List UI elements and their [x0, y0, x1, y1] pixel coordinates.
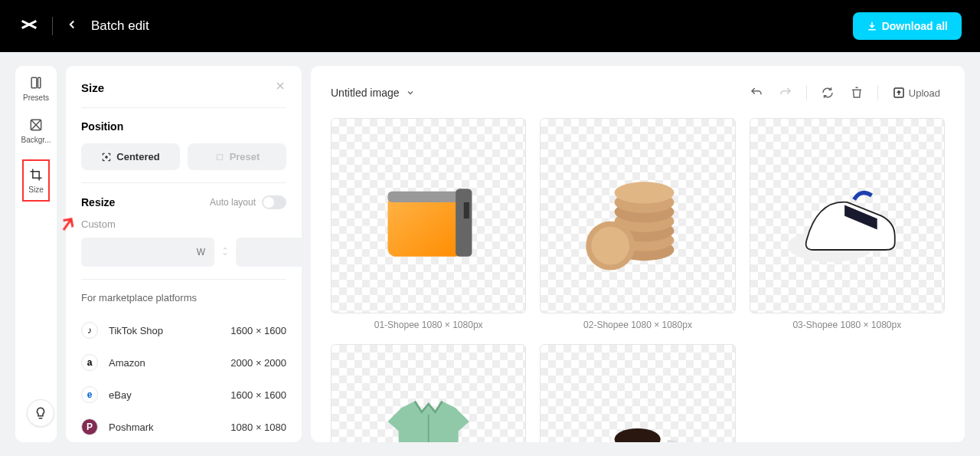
image-card[interactable]: 01-Shopee 1080 × 1080px — [331, 118, 526, 330]
svg-point-16 — [615, 182, 675, 203]
auto-layout-toggle[interactable] — [262, 195, 286, 209]
platform-size: 1080 × 1080 — [230, 422, 286, 433]
sidebar-item-size[interactable]: Size — [22, 159, 50, 202]
platform-icon: a — [81, 354, 98, 371]
help-button[interactable] — [27, 399, 54, 427]
download-label: Download all — [882, 20, 948, 32]
svg-point-18 — [592, 227, 630, 265]
image-thumbnail[interactable] — [750, 118, 945, 313]
platform-size: 2000 × 2000 — [230, 357, 286, 369]
image-card[interactable] — [331, 344, 526, 442]
background-icon — [28, 117, 44, 133]
image-title-dropdown[interactable]: Untitled image — [331, 87, 415, 99]
refresh-button[interactable] — [816, 81, 839, 104]
sidebar-label: Backgr... — [21, 136, 51, 144]
image-card[interactable]: 02-Shopee 1080 × 1080px — [540, 118, 735, 330]
platform-icon: P — [81, 418, 98, 435]
image-thumbnail[interactable] — [540, 344, 735, 442]
toolbar-divider — [877, 85, 878, 100]
image-caption: 03-Shopee 1080 × 1080px — [750, 320, 945, 330]
svg-rect-6 — [387, 195, 462, 257]
custom-label: Custom — [81, 218, 286, 230]
upload-label: Upload — [909, 87, 940, 99]
delete-button[interactable] — [845, 81, 868, 104]
auto-layout-label: Auto layout — [210, 197, 256, 208]
refresh-icon — [821, 86, 835, 100]
platform-icon: ♪ — [81, 322, 98, 339]
preset-position-icon — [214, 152, 225, 162]
svg-rect-0 — [31, 77, 37, 87]
sidebar-item-background[interactable]: Backgr... — [21, 117, 51, 144]
redo-icon — [779, 86, 792, 100]
undo-icon — [750, 86, 763, 100]
redo-button[interactable] — [774, 81, 797, 104]
svg-rect-4 — [217, 154, 222, 159]
upload-icon — [892, 86, 906, 100]
crop-icon — [28, 167, 44, 182]
header-divider — [52, 17, 53, 35]
panel-title: Size — [81, 81, 104, 94]
upload-button[interactable]: Upload — [887, 81, 945, 104]
platform-row[interactable]: P Poshmark 1080 × 1080 — [81, 411, 286, 442]
svg-rect-9 — [464, 202, 469, 218]
image-caption: 02-Shopee 1080 × 1080px — [540, 320, 735, 330]
download-all-button[interactable]: Download all — [853, 12, 962, 40]
centered-button[interactable]: Centered — [81, 143, 180, 170]
platform-name: Amazon — [109, 357, 145, 369]
image-card[interactable]: 03-Shopee 1080 × 1080px — [750, 118, 945, 330]
height-input[interactable] — [236, 238, 302, 267]
resize-section-title: Resize — [81, 196, 115, 208]
undo-button[interactable] — [745, 81, 768, 104]
close-panel-button[interactable] — [274, 80, 286, 95]
chevron-down-icon — [406, 88, 415, 97]
svg-point-25 — [615, 428, 661, 442]
platform-size: 1600 × 1600 — [230, 389, 286, 401]
image-card[interactable] — [540, 344, 735, 442]
toolbar-divider — [806, 85, 807, 100]
image-thumbnail[interactable] — [331, 118, 526, 313]
trash-icon — [850, 86, 864, 100]
image-title-text: Untitled image — [331, 87, 400, 99]
platform-name: eBay — [109, 389, 132, 401]
image-thumbnail[interactable] — [331, 344, 526, 442]
svg-point-3 — [106, 156, 107, 157]
sidebar-label: Presets — [23, 93, 49, 102]
platform-icon: e — [81, 386, 98, 403]
svg-rect-7 — [387, 192, 462, 202]
platform-name: TikTok Shop — [109, 325, 163, 336]
platform-row[interactable]: ♪ TikTok Shop 1600 × 1600 — [81, 314, 286, 346]
width-input[interactable] — [81, 238, 214, 267]
platform-row[interactable]: e eBay 1600 × 1600 — [81, 379, 286, 411]
svg-rect-1 — [38, 77, 41, 87]
platform-row[interactable]: a Amazon 2000 × 2000 — [81, 346, 286, 379]
page-title: Batch edit — [91, 18, 149, 34]
lightbulb-icon — [34, 406, 47, 420]
swap-dimensions-button[interactable] — [220, 245, 230, 259]
center-icon — [101, 152, 112, 162]
back-button[interactable] — [65, 18, 79, 34]
platforms-subtitle: For marketplace platforms — [81, 292, 286, 303]
sidebar-label: Size — [28, 185, 43, 194]
position-section-title: Position — [81, 120, 286, 133]
preset-button[interactable]: Preset — [188, 143, 286, 170]
app-logo — [18, 14, 40, 38]
svg-rect-8 — [456, 189, 472, 257]
presets-icon — [28, 75, 44, 90]
image-caption: 01-Shopee 1080 × 1080px — [331, 320, 526, 330]
platform-name: Poshmark — [109, 422, 154, 433]
platform-size: 1600 × 1600 — [230, 325, 286, 336]
sidebar-item-presets[interactable]: Presets — [23, 75, 49, 102]
download-icon — [867, 21, 877, 31]
image-thumbnail[interactable] — [540, 118, 735, 313]
